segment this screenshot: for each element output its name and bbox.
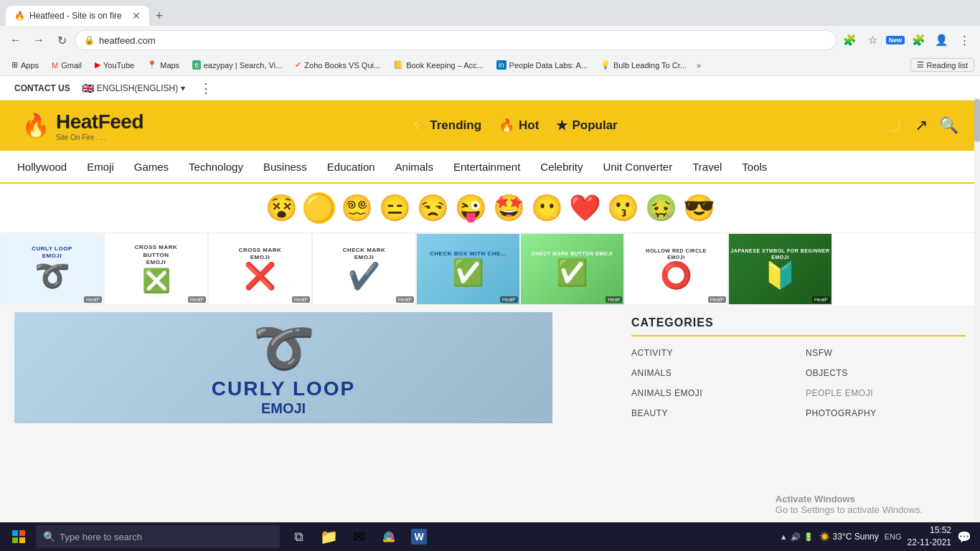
cat-photography[interactable]: PHOTOGRAPHY: [806, 405, 966, 421]
nav-animals[interactable]: Animals: [385, 152, 443, 182]
chrome-button[interactable]: [374, 523, 403, 550]
nav-hollywood[interactable]: Hollywood: [7, 152, 77, 182]
emoji-8[interactable]: 😶: [531, 193, 563, 223]
bookmark-peopledata[interactable]: in People Data Labs: A...: [491, 59, 593, 71]
article-card-checkbox[interactable]: Check Box with Che... ✅ HeatF: [416, 233, 520, 305]
new-badge-button[interactable]: New: [885, 30, 905, 50]
notification-icon[interactable]: 💬: [957, 530, 971, 544]
article-card-checkmark-btn[interactable]: CHECY MARK BUTTON EMOJI ✅ Heatf: [520, 233, 624, 305]
cat-people-emoji[interactable]: PEOPLE EMOJI: [806, 385, 966, 401]
nav-technology[interactable]: Technology: [179, 152, 253, 182]
bookmark-zoho[interactable]: ✔ Zoho Books VS Qui...: [289, 59, 386, 71]
share-icon[interactable]: ↗: [915, 116, 928, 135]
tab-favicon: 🔥: [14, 11, 25, 21]
svg-rect-3: [19, 537, 25, 543]
bookmark-youtube[interactable]: ▶ YouTube: [89, 59, 140, 71]
emoji-9[interactable]: ❤️: [569, 193, 601, 223]
address-bar[interactable]: 🔒 heatfeed.com: [75, 30, 837, 50]
emoji-5[interactable]: 😒: [417, 193, 449, 223]
emoji-4[interactable]: 😑: [379, 193, 411, 223]
back-button[interactable]: ←: [6, 30, 26, 50]
article-card-crossmark-btn[interactable]: CROSS MARKBUTTONEMOJI ❎ HeatF: [104, 233, 208, 305]
speaker-icon[interactable]: 🔊: [791, 532, 801, 542]
menu-button[interactable]: ⋮: [954, 30, 974, 50]
nav-games[interactable]: Games: [124, 152, 179, 182]
scrollbar-track[interactable]: [974, 98, 980, 522]
extensions-icon[interactable]: 🧩: [908, 30, 928, 50]
language-selector[interactable]: 🇬🇧 ENGLISH(ENGLISH) ▾: [82, 83, 185, 94]
cat-objects[interactable]: OBJECTS: [806, 365, 966, 381]
bookmark-eazypay[interactable]: e eazypay | Search, Vi...: [187, 59, 288, 71]
word-button[interactable]: W: [405, 523, 433, 550]
emoji-12[interactable]: 😎: [683, 193, 715, 223]
cat-animals[interactable]: ANIMALS: [631, 365, 791, 381]
file-explorer-button[interactable]: 📁: [314, 523, 343, 550]
battery-icon[interactable]: 🔋: [804, 532, 814, 542]
popular-label: Popular: [572, 118, 617, 133]
network-icon[interactable]: ▲: [780, 532, 788, 541]
emoji-10[interactable]: 😗: [607, 193, 639, 223]
bookmark-gmail[interactable]: M Gmail: [46, 60, 88, 71]
taskbar-search-box[interactable]: 🔍 Type here to search: [36, 525, 280, 548]
language-indicator[interactable]: ENG: [885, 532, 902, 541]
article-card-japanese[interactable]: JAPANESE STMBOL FOR BEGINNER EMOJI 🔰 Hea…: [728, 233, 832, 305]
nav-entertainment[interactable]: Entertainment: [443, 152, 530, 182]
weather-text: 33°C Sunny: [833, 532, 879, 542]
nav-emoji[interactable]: Emoji: [77, 152, 124, 182]
article-card-crossmark[interactable]: CROSS MARKEMOJI ❌ HeatF: [208, 233, 312, 305]
article-card-curlyloop[interactable]: CURLY LOOPEMOJI ➰ HeatF: [0, 233, 104, 305]
emoji-7[interactable]: 🤩: [493, 193, 525, 223]
cat-beauty[interactable]: BEAUTY: [631, 405, 791, 421]
bookmarks-more-button[interactable]: »: [694, 60, 704, 71]
cat-animals-emoji[interactable]: ANIMALS EMOJI: [631, 385, 791, 401]
new-tab-button[interactable]: +: [149, 6, 169, 26]
nav-unit-converter[interactable]: Unit Converter: [593, 152, 683, 182]
bookmark-bulb[interactable]: 💡 Bulb Leading To Cr...: [595, 59, 692, 71]
taskbar-search-placeholder: Type here to search: [60, 532, 142, 542]
reload-button[interactable]: ↻: [52, 30, 72, 50]
extensions-button[interactable]: 🧩: [839, 30, 859, 50]
bookmark-apps[interactable]: ⊞ Apps: [6, 59, 44, 71]
active-tab[interactable]: 🔥 Heatfeed - Site is on fire ✕: [6, 6, 149, 26]
tab-close-button[interactable]: ✕: [132, 10, 141, 22]
article-card-checkmark[interactable]: Check MarkEmoji ✔️ HeatF: [312, 233, 416, 305]
start-button[interactable]: [3, 524, 34, 550]
bulb-icon: 💡: [600, 60, 611, 70]
reading-list-label: Reading list: [927, 61, 968, 70]
emoji-2[interactable]: 🟡: [303, 192, 335, 224]
mail-button[interactable]: ✉: [344, 523, 373, 550]
popular-link[interactable]: ★ Popular: [556, 118, 617, 133]
nav-travel[interactable]: Travel: [682, 152, 732, 182]
search-icon[interactable]: 🔍: [939, 116, 958, 135]
emoji-1[interactable]: 😵: [265, 193, 298, 223]
reading-list-button[interactable]: ☰ Reading list: [910, 58, 974, 72]
logo[interactable]: 🔥 HeatFeed Site On Fire . . .: [22, 110, 143, 141]
lock-icon: 🔒: [84, 35, 95, 45]
bookmark-bookkeeping[interactable]: 📒 Book Keeping – Acc...: [387, 59, 489, 71]
bookmark-button[interactable]: ☆: [862, 30, 882, 50]
nav-tools[interactable]: Tools: [732, 152, 777, 182]
more-options-button[interactable]: ⋮: [199, 80, 212, 96]
emoji-11[interactable]: 🤢: [645, 193, 677, 223]
forward-button[interactable]: →: [29, 30, 49, 50]
trending-link[interactable]: ⚡ Trending: [410, 118, 481, 133]
profile-button[interactable]: 👤: [931, 30, 951, 50]
article-card-hollow-red[interactable]: Hollow Red CircleEmoji ⭕ HeatF: [624, 233, 728, 305]
dark-mode-icon[interactable]: 🌙: [884, 116, 903, 135]
cat-nsfw[interactable]: NSFW: [806, 345, 966, 361]
bookmark-maps[interactable]: 📍 Maps: [141, 59, 185, 71]
contact-us-link[interactable]: CONTACT US: [14, 83, 70, 93]
task-view-button[interactable]: ⧉: [284, 523, 313, 550]
cat-activity[interactable]: ACTIVITY: [631, 345, 791, 361]
mail-icon: ✉: [353, 528, 365, 545]
nav-business[interactable]: Business: [253, 152, 317, 182]
nav-education[interactable]: Education: [317, 152, 385, 182]
main-article: ➰ CURLY LOOP EMOJI: [0, 305, 617, 430]
bulb-label: Bulb Leading To Cr...: [613, 61, 687, 70]
hot-link[interactable]: 🔥 Hot: [499, 118, 539, 133]
emoji-6[interactable]: 😜: [455, 193, 487, 223]
scrollbar-thumb[interactable]: [974, 99, 980, 142]
emoji-3[interactable]: 😵‍💫: [341, 193, 373, 223]
clock-date: 22-11-2021: [908, 537, 951, 549]
nav-celebrity[interactable]: Celebrity: [530, 152, 593, 182]
